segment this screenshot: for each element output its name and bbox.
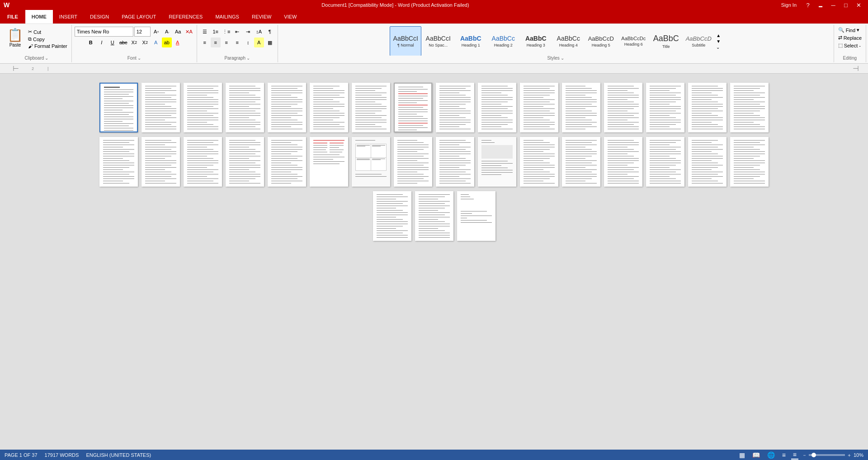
tab-home[interactable]: HOME	[25, 10, 53, 23]
page-thumb-11[interactable]	[520, 83, 558, 132]
strikethrough-button[interactable]: abc	[118, 38, 128, 47]
highlight-button[interactable]: ab	[162, 38, 172, 47]
replace-button[interactable]: ⇄ Replace	[837, 34, 863, 41]
tab-insert[interactable]: INSERT	[53, 10, 84, 23]
line-spacing-button[interactable]: ↕	[243, 38, 253, 47]
help-button[interactable]: ?	[802, 0, 814, 10]
page-thumb-8[interactable]	[394, 83, 432, 132]
style-heading1[interactable]: AaBbC Heading 1	[455, 26, 486, 56]
styles-scroll-down[interactable]: ▼	[716, 39, 721, 44]
page-thumb-10[interactable]	[478, 83, 516, 132]
page-thumb-26[interactable]	[478, 137, 516, 187]
page-thumb-18[interactable]	[142, 137, 180, 187]
close-button[interactable]: ✕	[853, 0, 864, 10]
page-thumb-24[interactable]	[394, 137, 432, 187]
page-thumb-15[interactable]	[688, 83, 726, 132]
zoom-slider[interactable]	[809, 454, 845, 456]
page-thumb-16[interactable]	[730, 83, 769, 132]
find-button[interactable]: 🔍 Find ▾	[837, 27, 861, 33]
page-thumb-28[interactable]	[562, 137, 600, 187]
minimize-button[interactable]: ─	[827, 0, 839, 10]
paragraph-expand-icon[interactable]: ⌄	[246, 56, 250, 61]
borders-button[interactable]: ▦	[265, 38, 275, 47]
copy-button[interactable]: ⧉ Copy	[27, 36, 69, 42]
page-thumb-19[interactable]	[184, 137, 222, 187]
page-thumb-9[interactable]	[436, 83, 474, 132]
maximize-button[interactable]: □	[840, 0, 852, 10]
font-size-input[interactable]: 12	[134, 27, 151, 37]
page-thumb-29[interactable]	[604, 137, 642, 187]
page-thumb-32[interactable]	[730, 137, 769, 187]
style-normal[interactable]: AaBbCcI ¶ Normal	[390, 26, 421, 56]
bold-button[interactable]: B	[86, 38, 96, 47]
tab-review[interactable]: REVIEW	[245, 10, 278, 23]
page-thumb-12[interactable]	[562, 83, 600, 132]
page-thumb-21[interactable]	[268, 137, 306, 187]
styles-scroll-up[interactable]: ▲	[716, 33, 721, 38]
style-heading2[interactable]: AaBbCc Heading 2	[487, 26, 519, 56]
sort-button[interactable]: ↕A	[254, 27, 264, 37]
text-effects-button[interactable]: A	[151, 38, 161, 47]
font-name-input[interactable]: Times New Ro	[75, 27, 133, 37]
zoom-in-button[interactable]: ＋	[847, 452, 852, 459]
show-marks-button[interactable]: ¶	[265, 27, 275, 37]
underline-button[interactable]: U	[108, 38, 118, 47]
clipboard-expand-icon[interactable]: ⌄	[45, 56, 48, 61]
page-thumb-27[interactable]	[520, 137, 558, 187]
page-thumb-33[interactable]	[373, 191, 411, 241]
format-painter-button[interactable]: 🖌 Format Painter	[27, 43, 69, 49]
page-thumb-13[interactable]	[604, 83, 642, 132]
ribbon-toggle-button[interactable]: 🗕	[815, 0, 826, 10]
style-title[interactable]: AaBbC Title	[650, 26, 682, 56]
page-thumb-30[interactable]	[646, 137, 684, 187]
multilevel-list-button[interactable]: ⋮≡	[222, 27, 231, 37]
page-thumb-25[interactable]	[436, 137, 474, 187]
page-thumb-3[interactable]	[184, 83, 222, 132]
page-thumb-34[interactable]	[415, 191, 453, 241]
page-thumb-2[interactable]	[142, 83, 180, 132]
increase-indent-button[interactable]: ⇥	[243, 27, 253, 37]
paste-button[interactable]: 📋 Paste	[5, 27, 26, 48]
styles-expand[interactable]: ⌄	[716, 45, 721, 50]
page-thumb-14[interactable]	[646, 83, 684, 132]
font-expand-icon[interactable]: ⌄	[137, 56, 141, 61]
tab-mailings[interactable]: MAILINGS	[209, 10, 245, 23]
page-thumb-35[interactable]	[457, 191, 495, 241]
superscript-button[interactable]: X2	[140, 38, 150, 47]
styles-expand-icon[interactable]: ⌄	[561, 56, 564, 61]
full-reading-view-button[interactable]: 📖	[750, 451, 762, 459]
print-layout-view-button[interactable]: ▦	[737, 451, 747, 459]
change-case-button[interactable]: Aa	[173, 27, 183, 37]
page-thumb-7[interactable]	[352, 83, 390, 132]
subscript-button[interactable]: X2	[129, 38, 139, 47]
grow-font-button[interactable]: A+	[151, 27, 161, 37]
tab-page-layout[interactable]: PAGE LAYOUT	[115, 10, 162, 23]
web-layout-view-button[interactable]: 🌐	[765, 451, 777, 459]
justify-button[interactable]: ≡	[232, 38, 242, 47]
style-heading3[interactable]: AaBbC Heading 3	[520, 26, 552, 56]
style-subtitle[interactable]: AaBbCcD Subtitle	[683, 26, 714, 56]
outline-view-button[interactable]: ≡	[780, 451, 788, 459]
sign-in-btn[interactable]: Sign In	[781, 2, 797, 8]
tab-design[interactable]: DESIGN	[84, 10, 115, 23]
page-thumb-20[interactable]	[226, 137, 264, 187]
style-heading4[interactable]: AaBbCc Heading 4	[552, 26, 584, 56]
zoom-out-button[interactable]: －	[802, 452, 807, 459]
page-thumb-23[interactable]	[352, 137, 390, 187]
align-right-button[interactable]: ≡	[222, 38, 231, 47]
tab-view[interactable]: VIEW	[278, 10, 303, 23]
cut-button[interactable]: ✂ Cut	[27, 28, 69, 35]
align-left-button[interactable]: ≡	[200, 38, 210, 47]
tab-file[interactable]: FILE	[0, 10, 25, 23]
page-thumb-1[interactable]	[99, 83, 138, 132]
font-color-button[interactable]: A	[173, 38, 183, 47]
page-thumb-5[interactable]	[268, 83, 306, 132]
style-heading5[interactable]: AaBbCcD Heading 5	[585, 26, 617, 56]
page-thumb-22[interactable]	[310, 137, 348, 187]
select-button[interactable]: ⬚ Select -	[837, 42, 862, 49]
clear-formatting-button[interactable]: ✕A	[184, 27, 194, 37]
style-heading6[interactable]: AaBbCcDc Heading 6	[618, 26, 649, 56]
decrease-indent-button[interactable]: ⇤	[232, 27, 242, 37]
style-no-spacing[interactable]: AaBbCcI No Spac...	[422, 26, 454, 56]
tab-references[interactable]: REFERENCES	[162, 10, 209, 23]
